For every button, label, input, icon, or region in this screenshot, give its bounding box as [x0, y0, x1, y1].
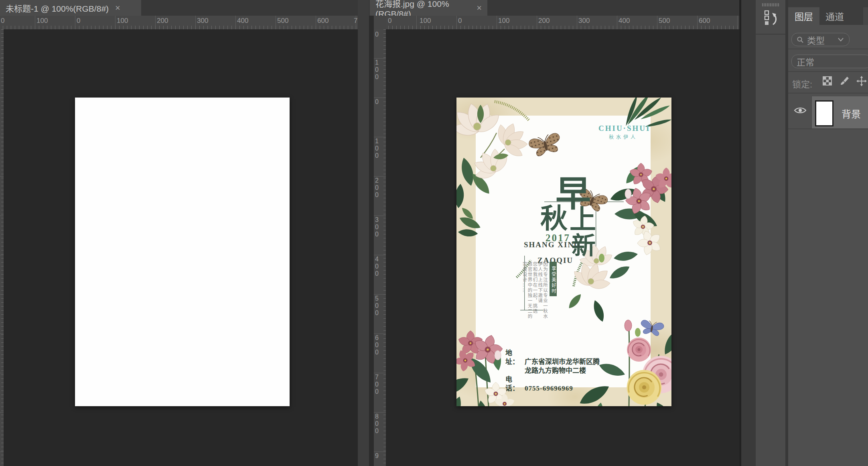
- close-tab-icon[interactable]: ×: [115, 3, 120, 13]
- title-char-shang: 上: [570, 206, 596, 233]
- panel-divider: [788, 71, 868, 72]
- body-column: 因为专注所以专业一秋水: [542, 262, 548, 332]
- phone-number: 0755-69696969: [525, 385, 573, 392]
- history-panel-icon[interactable]: [764, 10, 778, 26]
- layer-thumbnail[interactable]: [815, 100, 834, 126]
- document-canvas-poster[interactable]: CHIU·SHUI 秋水伊人 早 秋 上 新 2017 SHANG XING Z…: [456, 98, 671, 406]
- tab-layers[interactable]: 图层: [788, 7, 819, 25]
- body-column: 伊人线上线下邀请: [537, 262, 542, 332]
- contact-block: 地址：广东省深圳市龙华新区腾 龙路九方购物中二楼 电话：0755-6969696…: [505, 349, 600, 393]
- lock-label: 锁定:: [792, 77, 812, 90]
- flower-cluster-right: [609, 163, 671, 263]
- tab-channels[interactable]: 通道: [819, 7, 850, 25]
- filter-kind-label: 类型: [807, 33, 825, 46]
- layer-visibility-eye-icon[interactable]: [794, 106, 807, 116]
- blend-mode-value: 正常: [797, 55, 814, 68]
- pane2-tabbar: 花海报.jpg @ 100%(RGB/8#) ×: [369, 0, 739, 16]
- panel-gutter: [785, 0, 788, 466]
- address-line1: 广东省深圳市龙华新区腾: [525, 358, 600, 366]
- address-label: 地址：: [505, 349, 525, 366]
- body-column: 完美设计……: [522, 262, 527, 332]
- dock-grip-handle[interactable]: [762, 3, 779, 6]
- layer-row-background[interactable]: 背景: [788, 94, 868, 128]
- lock-pixels-brush-button[interactable]: [839, 76, 850, 86]
- panel-divider: [788, 49, 868, 49]
- leaves-left-middle: [458, 206, 482, 237]
- layer-column-separator: [811, 96, 812, 128]
- document-tab-flower-poster[interactable]: 花海报.jpg @ 100%(RGB/8#) ×: [370, 0, 487, 16]
- layer-name: 背景: [842, 106, 861, 120]
- panel-dock-strip: [756, 0, 785, 466]
- dock-gutter: [741, 0, 756, 466]
- phone-label: 电话：: [505, 375, 525, 393]
- photoshop-workspace: 未标题-1 @ 100%(RGB/8#) × 0 100 0 100 200 3…: [0, 0, 868, 466]
- body-text-columns: 因为专注所以专业一秋水 伊人线上线下邀请 您和我们在一起，挑选 感官世界中的独一…: [522, 262, 548, 332]
- chevron-down-icon: [838, 38, 844, 41]
- close-tab-icon[interactable]: ×: [477, 3, 482, 13]
- pane1-tabbar: 未标题-1 @ 100%(RGB/8#) ×: [0, 0, 358, 16]
- document-tab-title: 未标题-1 @ 100%(RGB/8#): [6, 2, 109, 14]
- document-tab-untitled[interactable]: 未标题-1 @ 100%(RGB/8#) ×: [0, 0, 141, 16]
- blue-butterfly-icon: [639, 319, 664, 337]
- panel-tabbar: 图层 通道: [788, 0, 868, 25]
- pane2-horizontal-ruler: 0 100 0 100 200 300 400 500 600: [386, 16, 739, 29]
- layers-panel: 图层 通道 类型 正常 锁定:: [788, 0, 868, 466]
- title-subtitle-1: SHANG XING: [524, 240, 581, 249]
- brand-name-en: CHIU·SHUI: [598, 124, 650, 133]
- dock-divider-line: [756, 34, 785, 35]
- slogan-badge: 享受美好时光: [550, 262, 557, 296]
- tab-paths-partial[interactable]: [863, 7, 868, 25]
- layer-filter-dropdown[interactable]: 类型: [791, 33, 850, 46]
- lock-transparency-button[interactable]: [823, 76, 833, 87]
- brand-name-cn: 秋水伊人: [609, 133, 638, 140]
- ruler-corner-box: [374, 16, 386, 29]
- document-canvas-untitled[interactable]: [75, 98, 290, 406]
- flower-cluster-top-left: [456, 98, 535, 277]
- pane2-vertical-ruler: 00 100 0 100 200 300 400 500 600 700 800…: [374, 29, 386, 466]
- title-char-qiu: 秋: [540, 205, 568, 232]
- blend-mode-dropdown[interactable]: 正常: [791, 55, 868, 68]
- panel-divider: [788, 128, 868, 129]
- address-line2: 龙路九方购物中二楼: [525, 367, 586, 374]
- pane-divider[interactable]: [358, 0, 369, 466]
- butterfly-icon: [528, 132, 563, 158]
- pane1-horizontal-ruler: 0 100 0 100 200 300 400 500 600 7: [0, 16, 358, 29]
- search-icon: [797, 36, 804, 43]
- lock-position-button[interactable]: [856, 76, 867, 86]
- body-column: 您和我们在一起，挑选: [532, 262, 537, 332]
- pane2-left-edge: [369, 0, 374, 466]
- pane1-vertical-ruler-ticks: [0, 29, 4, 466]
- body-column: 感官世界中的独一无二的: [527, 262, 532, 332]
